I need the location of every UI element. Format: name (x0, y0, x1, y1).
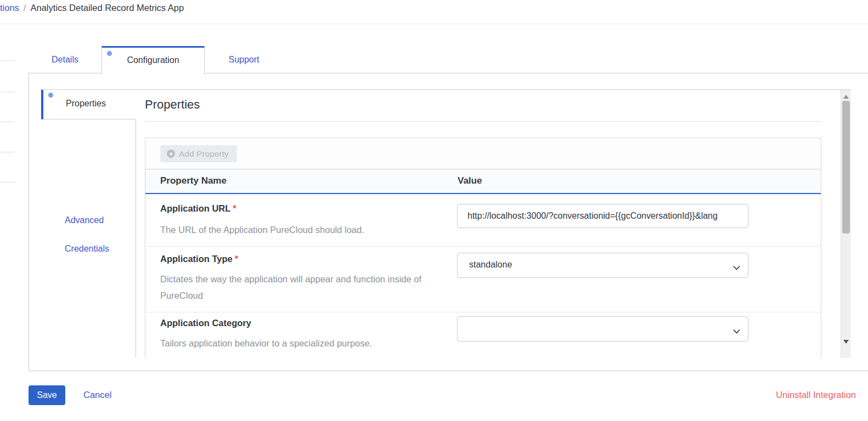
application-category-select[interactable] (457, 316, 748, 342)
add-property-button[interactable]: + Add Property (160, 145, 237, 162)
property-name-application-type: Application Type (160, 254, 233, 264)
table-toolbar: + Add Property (145, 138, 821, 169)
table-header-row: Property Name Value (145, 169, 821, 194)
table-row: Application Category Tailors application… (145, 312, 821, 358)
tab-configuration[interactable]: Configuration (102, 46, 205, 74)
configuration-scroll-area: Properties Advanced Credentials Properti… (40, 89, 851, 358)
breadcrumb-current: Analytics Detailed Record Metrics App (30, 3, 184, 13)
edge-divider (0, 92, 15, 92)
required-asterisk: * (233, 203, 236, 213)
scroll-up-arrow-icon[interactable] (843, 95, 849, 99)
application-type-selected-value: standalone (469, 260, 512, 270)
column-header-value: Value (458, 175, 482, 186)
cancel-link[interactable]: Cancel (83, 390, 111, 400)
unsaved-changes-dot-icon (48, 93, 53, 98)
scrollbar-thumb[interactable] (842, 101, 850, 234)
breadcrumb-parent-link[interactable]: tions (0, 3, 19, 13)
application-url-input[interactable] (457, 204, 748, 228)
subnav-divider (136, 120, 136, 358)
uninstall-integration-link[interactable]: Uninstall Integration (776, 390, 856, 400)
edge-divider (0, 60, 15, 61)
edge-divider (0, 152, 15, 152)
tab-configuration-label: Configuration (127, 55, 179, 65)
subnav-item-advanced[interactable]: Advanced (65, 215, 104, 225)
table-row: Application URL* The URL of the Applicat… (145, 194, 821, 246)
property-description: Dictates the way the application will ap… (160, 271, 440, 304)
save-button[interactable]: Save (29, 385, 65, 405)
subnav-item-properties[interactable]: Properties (41, 90, 136, 120)
chevron-down-icon (733, 326, 740, 336)
property-name-application-url: Application URL (160, 203, 230, 213)
integration-configuration-page: tions/Analytics Detailed Record Metrics … (0, 0, 868, 421)
property-description: The URL of the Application PureCloud sho… (160, 221, 440, 238)
heading-divider (145, 121, 821, 122)
edge-divider (0, 182, 15, 183)
page-title: Properties (145, 98, 200, 112)
scroll-down-arrow-icon[interactable] (843, 340, 849, 344)
vertical-scrollbar[interactable] (841, 90, 851, 358)
breadcrumb-separator: / (19, 3, 31, 13)
tab-support[interactable]: Support (205, 46, 283, 73)
breadcrumb: tions/Analytics Detailed Record Metrics … (0, 0, 868, 24)
properties-table: + Add Property Property Name Value Appli… (145, 138, 821, 358)
table-row: Application Type* Dictates the way the a… (145, 246, 821, 312)
unsaved-changes-dot-icon (107, 51, 112, 56)
property-name-application-category: Application Category (160, 318, 251, 328)
subnav-properties-label: Properties (66, 99, 106, 109)
add-property-label: Add Property (179, 149, 228, 159)
required-asterisk: * (235, 254, 238, 264)
chevron-down-icon (733, 263, 740, 272)
circle-plus-icon: + (167, 150, 175, 158)
application-type-select[interactable]: standalone (457, 253, 748, 278)
property-description: Tailors application behavior to a specia… (160, 335, 440, 351)
tab-details[interactable]: Details (29, 46, 102, 73)
column-header-property-name: Property Name (160, 175, 227, 186)
subnav-item-credentials[interactable]: Credentials (65, 244, 109, 254)
edge-divider (0, 122, 15, 122)
